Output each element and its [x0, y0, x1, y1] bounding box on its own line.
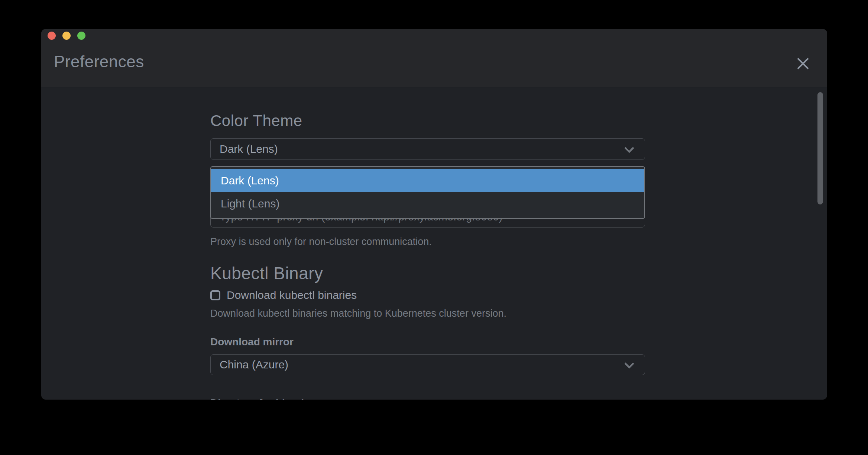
chevron-down-icon [624, 143, 634, 153]
traffic-lights [48, 32, 85, 40]
close-traffic-button[interactable] [48, 32, 56, 40]
titlebar: Preferences [41, 29, 827, 87]
download-mirror-select[interactable]: China (Azure) [210, 354, 645, 375]
page-title: Preferences [54, 52, 144, 71]
download-kubectl-hint: Download kubectl binaries matching to Ku… [210, 307, 645, 319]
download-mirror-label: Download mirror [210, 336, 645, 348]
download-kubectl-checkbox-label: Download kubectl binaries [227, 288, 357, 302]
download-kubectl-checkbox[interactable] [210, 290, 220, 300]
kubectl-binary-heading: Kubectl Binary [210, 263, 645, 283]
download-mirror-select-value: China (Azure) [220, 358, 288, 371]
minimize-traffic-button[interactable] [62, 32, 71, 40]
proxy-hint: Proxy is used only for non-cluster commu… [210, 236, 645, 248]
color-theme-dropdown: Dark (Lens) Light (Lens) [210, 166, 645, 219]
preferences-window: Preferences Color Theme Dark (Lens) Dark… [41, 29, 827, 400]
zoom-traffic-button[interactable] [77, 32, 85, 40]
dropdown-option-light[interactable]: Light (Lens) [211, 192, 644, 215]
close-button[interactable] [794, 55, 812, 72]
color-theme-select[interactable]: Dark (Lens) [210, 138, 645, 160]
scrollbar-thumb[interactable] [817, 92, 823, 204]
download-kubectl-checkbox-row[interactable]: Download kubectl binaries [210, 288, 645, 302]
dropdown-option-dark[interactable]: Dark (Lens) [211, 169, 644, 192]
chevron-down-icon [624, 359, 634, 369]
color-theme-select-value: Dark (Lens) [220, 143, 278, 155]
close-icon [795, 56, 811, 72]
color-theme-heading: Color Theme [210, 112, 645, 130]
directory-for-binaries-label: Directory for binaries [210, 397, 645, 400]
